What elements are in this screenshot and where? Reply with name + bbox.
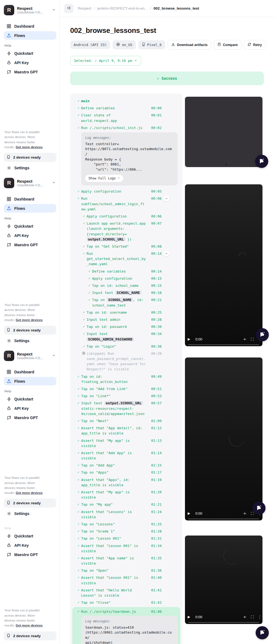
step-row[interactable]: (skipped) Run save_password_prompt_cance… bbox=[74, 351, 179, 372]
sidebar-item-settings[interactable]: Settings bbox=[4, 336, 56, 345]
step-row[interactable]: ✓Assert that "Lessons" is visible01:24 bbox=[74, 509, 179, 520]
step-row[interactable]: ✓Assert that "Add App" is visible01:14 bbox=[74, 450, 179, 461]
step-row[interactable]: ✓Assert that "App name" is visible01:35 bbox=[74, 556, 179, 566]
sidebar-item-api-key[interactable]: API Key bbox=[4, 231, 56, 240]
devices-ready-pill[interactable]: 2 devices ready bbox=[4, 153, 56, 162]
retry-button[interactable]: Retry bbox=[244, 40, 266, 50]
fullscreen-icon[interactable] bbox=[250, 615, 254, 619]
get-more-devices-link[interactable]: Get more devices bbox=[16, 491, 42, 495]
sidebar-item-flows[interactable]: Flows bbox=[4, 204, 56, 213]
play-icon[interactable]: ▶ bbox=[188, 337, 192, 341]
play-icon[interactable]: ▶ bbox=[188, 615, 192, 619]
step-row[interactable]: ✓main bbox=[74, 98, 179, 104]
devices-ready-pill[interactable]: 2 devices ready bbox=[4, 631, 56, 640]
workspace-switcher[interactable]: RRespectUstadMobile FZL... bbox=[4, 178, 56, 188]
step-row[interactable]: ✓Assert that "App detail", id: app_title… bbox=[74, 425, 179, 436]
devices-ready-pill[interactable]: 2 devices ready bbox=[4, 499, 56, 508]
step-row[interactable]: ✓Tap on id: school_name00:15 bbox=[74, 283, 179, 288]
sidebar-item-maestro-gpt[interactable]: Maestro GPT bbox=[4, 241, 56, 249]
step-row[interactable]: ✓Tap on "Get Started"00:08 bbox=[74, 244, 179, 249]
devices-ready-pill[interactable]: 2 devices ready bbox=[4, 326, 56, 335]
step-row[interactable]: ✓Tap on id: floating_action_button00:49 bbox=[74, 374, 179, 384]
get-more-devices-link[interactable]: Get more devices bbox=[16, 145, 42, 149]
assistant-button[interactable] bbox=[256, 626, 269, 639]
sidebar-item-maestro-gpt[interactable]: Maestro GPT bbox=[4, 550, 56, 559]
step-row[interactable]: ✓Tap on "Add App"01:15 bbox=[74, 463, 179, 468]
sidebar-item-settings[interactable]: Settings bbox=[4, 642, 56, 644]
step-row[interactable]: ✓Tap on "Login"00:36 bbox=[74, 344, 179, 349]
play-icon[interactable]: ▶ bbox=[188, 511, 192, 515]
video-progress-bar[interactable] bbox=[188, 622, 259, 623]
sidebar-item-api-key[interactable]: API Key bbox=[4, 58, 56, 67]
download-artifacts-button[interactable]: Download artifacts bbox=[168, 40, 211, 50]
collapse-sidebar-button[interactable] bbox=[64, 4, 73, 13]
step-row[interactable]: ✓Assert that "My app" is visible01:20 bbox=[74, 490, 179, 500]
step-row[interactable]: ✓Input text output.SCHOOL_URL static-res… bbox=[74, 400, 179, 416]
get-more-devices-link[interactable]: Get more devices bbox=[16, 318, 42, 322]
step-row[interactable]: ✓Run subflows/school_admin_login_flow.ya… bbox=[74, 196, 179, 212]
breadcrumb-run[interactable]: jenkins-RESPECT-end-to-en... bbox=[97, 6, 147, 10]
sidebar-item-quickstart[interactable]: Quickstart bbox=[4, 532, 56, 540]
step-row[interactable]: ✓Input text admin00:28 bbox=[74, 317, 179, 322]
sidebar-item-flows[interactable]: Flows bbox=[4, 377, 56, 385]
video-player[interactable]: ▶ 0:00 ⋮ bbox=[185, 184, 262, 346]
kebab-menu-icon[interactable]: ⋮ bbox=[258, 614, 260, 620]
step-row[interactable]: ✓Tap on "Next"01:09 bbox=[74, 418, 179, 423]
sidebar-item-maestro-gpt[interactable]: Maestro GPT bbox=[4, 68, 56, 76]
step-row[interactable]: ✓Apply configuration00:05 bbox=[74, 189, 179, 194]
step-row[interactable]: ✓Assert that "Lesson 001" is visible01:3… bbox=[74, 543, 179, 554]
volume-icon[interactable] bbox=[243, 337, 247, 341]
sidebar-item-settings[interactable]: Settings bbox=[4, 509, 56, 518]
video-player[interactable]: ▶ 0:00 ⋮ bbox=[185, 536, 262, 624]
sidebar-item-settings[interactable]: Settings bbox=[4, 164, 56, 172]
volume-icon[interactable] bbox=[243, 615, 247, 619]
step-row[interactable]: ✓Assert that "Lesson 001" is visible01:4… bbox=[74, 575, 179, 585]
assistant-button[interactable] bbox=[256, 328, 269, 341]
step-row[interactable]: ✓Tap on "Grade 1"01:28 bbox=[74, 529, 179, 534]
sidebar-item-dashboard[interactable]: Dashboard bbox=[4, 368, 56, 376]
step-row[interactable]: ✓Tap on "My app"01:21 bbox=[74, 502, 179, 507]
screen-recording-preview[interactable] bbox=[185, 97, 262, 167]
fullscreen-icon[interactable] bbox=[250, 337, 254, 341]
sidebar-item-quickstart[interactable]: Quickstart bbox=[4, 222, 56, 230]
step-row[interactable]: ✓Tap on id: password00:30 bbox=[74, 324, 179, 329]
step-row[interactable]: ✓Tap on "Link*"00:53 bbox=[74, 393, 179, 399]
step-row[interactable]: ✓Run /./scripts/school_init.js00:02 bbox=[74, 125, 179, 130]
step-row[interactable]: ✓Clear state of world.respect.app00:01 bbox=[74, 113, 179, 123]
step-row[interactable]: ✓Run get_started_select_school_by_name.y… bbox=[74, 251, 179, 267]
workspace-switcher[interactable]: RRespectUstadMobile FZL... bbox=[4, 351, 56, 361]
sidebar-item-api-key[interactable]: API Key bbox=[4, 404, 56, 413]
get-more-devices-link[interactable]: Get more devices bbox=[16, 623, 42, 627]
step-row[interactable]: ✓Assert that "Apps", id: app_title is vi… bbox=[74, 477, 179, 488]
step-row[interactable]: ✓Tap on "Lesson 001"01:31 bbox=[74, 536, 179, 541]
assistant-button[interactable] bbox=[252, 502, 266, 515]
step-row[interactable]: ✓Tap on "Add from Link"00:51 bbox=[74, 386, 179, 391]
breadcrumb-workspace[interactable]: Respect bbox=[78, 6, 92, 10]
step-row[interactable]: ✓Define variables00:00 bbox=[74, 105, 179, 111]
selected-run-dropdown[interactable]: Selected: ✓ April 9, 9:10 pm bbox=[70, 56, 141, 65]
step-row[interactable]: ✓Launch app world.respect.app (launch ar… bbox=[74, 221, 179, 242]
step-row[interactable]: ✓Tap on SCHOOL_NAME, id: school_name_tex… bbox=[74, 297, 179, 308]
compare-button[interactable]: Compare bbox=[214, 40, 241, 50]
step-row[interactable]: ✓Tap on "Apps"01:17 bbox=[74, 470, 179, 475]
sidebar-item-quickstart[interactable]: Quickstart bbox=[4, 49, 56, 58]
sidebar-item-dashboard[interactable]: Dashboard bbox=[4, 195, 56, 203]
step-row[interactable]: ✓Assert that "Hello World Lesson" is vis… bbox=[74, 588, 179, 598]
step-row[interactable]: ✓Define variables00:14 bbox=[74, 269, 179, 274]
video-progress-bar[interactable] bbox=[188, 519, 259, 519]
step-row[interactable]: ✓Tap on "Open"01:36 bbox=[74, 568, 179, 573]
collapse-step-button[interactable] bbox=[163, 195, 169, 201]
workspace-switcher[interactable]: RRespectUstadMobile FZL... bbox=[4, 5, 56, 15]
video-player[interactable]: ▶ 0:00 ⋮ bbox=[185, 357, 262, 520]
sidebar-item-flows[interactable]: Flows bbox=[4, 31, 56, 40]
sidebar-item-quickstart[interactable]: Quickstart bbox=[4, 395, 56, 403]
step-row[interactable]: ✓Input text SCHOOL_ADMIN_PASSWORD00:34 bbox=[74, 331, 179, 342]
show-full-logs-button[interactable]: Show Full Logs bbox=[85, 175, 123, 182]
video-progress-bar[interactable] bbox=[188, 344, 259, 345]
collapse-step-button[interactable] bbox=[163, 250, 169, 256]
step-row[interactable]: ✓Tap on "Lessons"01:25 bbox=[74, 522, 179, 527]
step-row[interactable]: ✓Input text SCHOOL_NAME00:18 bbox=[74, 290, 179, 295]
step-row[interactable]: ✓Apply configuration00:15 bbox=[74, 276, 179, 281]
step-row[interactable]: ✓Assert that "My app" is visible01:13 bbox=[74, 438, 179, 448]
step-row[interactable]: ✓Apply configuration00:06 bbox=[74, 214, 179, 219]
